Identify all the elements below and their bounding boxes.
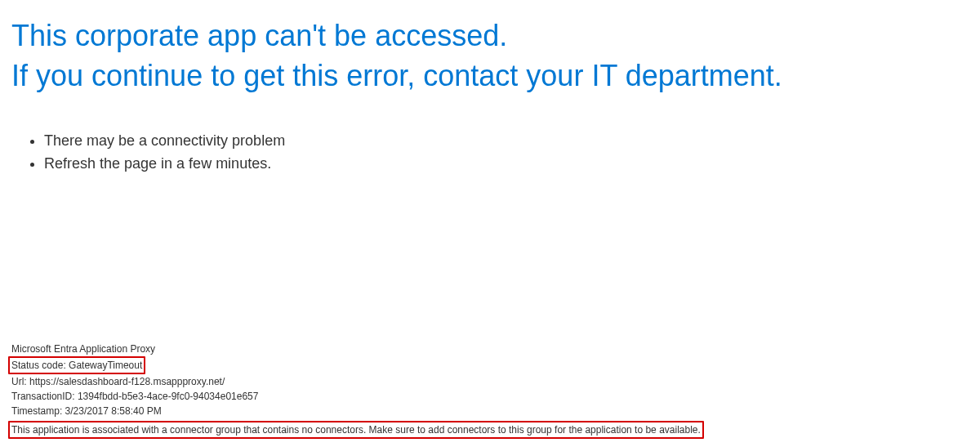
error-heading-line-2: If you continue to get this error, conta…: [11, 56, 969, 96]
product-name: Microsoft Entra Application Proxy: [11, 342, 969, 356]
url-line: Url: https://salesdashboard-f128.msapppr…: [11, 374, 969, 389]
status-code-line: Status code: GatewayTimeout: [8, 356, 145, 374]
timestamp-line: Timestamp: 3/23/2017 8:58:40 PM: [11, 404, 969, 418]
error-message: This application is associated with a co…: [8, 421, 704, 439]
suggestion-item: There may be a connectivity problem: [44, 130, 980, 153]
suggestion-list: There may be a connectivity problem Refr…: [0, 130, 980, 176]
error-heading: This corporate app can't be accessed. If…: [0, 0, 980, 96]
error-heading-line-1: This corporate app can't be accessed.: [11, 16, 969, 56]
diagnostic-footer: Microsoft Entra Application Proxy Status…: [11, 342, 969, 439]
suggestion-item: Refresh the page in a few minutes.: [44, 153, 980, 176]
transaction-id-line: TransactionID: 1394fbdd-b5e3-4ace-9fc0-9…: [11, 389, 969, 404]
